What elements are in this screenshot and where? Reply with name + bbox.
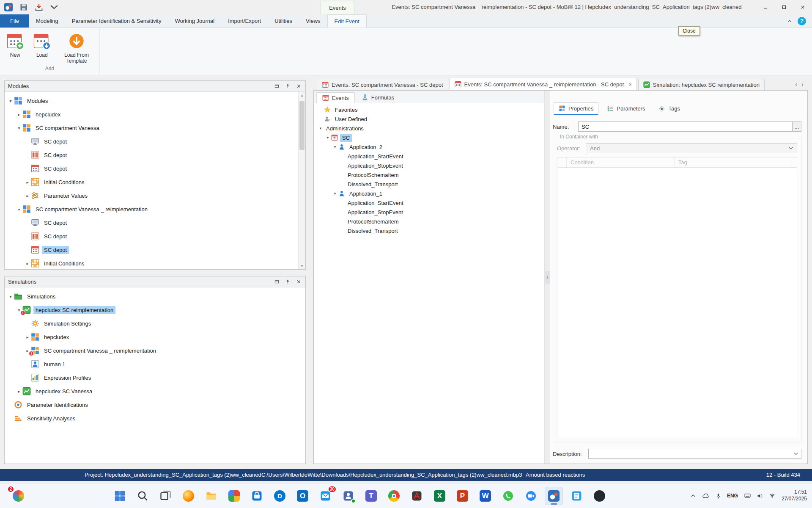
tree-item[interactable]: ▸hepcludex SC Vanessa (5, 384, 305, 398)
tab-scroll-left-icon[interactable]: ‹ (795, 80, 797, 88)
tree-item[interactable]: ProtocolSchemaItem (314, 217, 544, 226)
touch-keyboard-icon[interactable] (744, 494, 751, 498)
ribbon-tab-modeling[interactable]: Modeling (29, 14, 65, 28)
expand-icon[interactable]: ▸ (16, 389, 22, 394)
collapse-icon[interactable]: ▾ (332, 145, 338, 149)
ribbon-tab-import-export[interactable]: Import/Export (221, 14, 268, 28)
maximize-button[interactable] (775, 0, 793, 14)
language-indicator[interactable]: ENG (727, 493, 738, 499)
grid-body[interactable] (557, 168, 797, 438)
close-tab-icon[interactable]: × (628, 81, 632, 88)
chrome-taskbar-button[interactable] (385, 487, 403, 505)
splitter[interactable]: ‹ (545, 91, 550, 464)
collapse-icon[interactable]: ▾ (16, 207, 22, 212)
volume-icon[interactable] (757, 494, 763, 498)
powerpoint-taskbar-button[interactable]: P (453, 487, 472, 505)
export-icon[interactable] (35, 3, 43, 11)
tree-item[interactable]: Favorites (314, 105, 544, 114)
ribbon-tab-edit-event[interactable]: Edit Event (327, 14, 367, 28)
pin-panel-icon[interactable] (284, 279, 291, 285)
teams-classic-taskbar-button[interactable] (339, 487, 357, 505)
tree-item[interactable]: SC depot (5, 216, 298, 229)
mail-taskbar-button[interactable]: 30 (316, 487, 335, 505)
tree-item[interactable]: ▸hepcludex (5, 330, 305, 344)
tag-column-header[interactable]: Tag (675, 157, 789, 167)
browse-button[interactable]: ... (793, 121, 801, 132)
tab-scroll-right-icon[interactable]: › (801, 80, 804, 88)
help-icon[interactable]: ? (798, 17, 806, 25)
tree-item[interactable]: ▾Application_1 (314, 189, 544, 198)
task-view-taskbar-button[interactable] (156, 487, 175, 505)
photos-taskbar-button[interactable] (225, 487, 243, 505)
ribbon-tab-parameter-identification-sensitivity[interactable]: Parameter Identification & Sensitivity (65, 14, 168, 28)
tree-item[interactable]: Dissolved_Transport (314, 179, 544, 189)
ribbon-tab-utilities[interactable]: Utilities (268, 14, 299, 28)
tree-item[interactable]: ▾Modules (5, 94, 298, 108)
condition-column-header[interactable]: Condition (567, 157, 675, 167)
vertical-scrollbar[interactable]: ▲ ▼ (298, 92, 305, 269)
microphone-icon[interactable] (716, 493, 721, 499)
scroll-down-icon[interactable]: ▼ (299, 262, 305, 269)
start-taskbar-button[interactable] (111, 487, 129, 505)
tree-item[interactable]: Simulation Settings (5, 317, 305, 330)
context-tab-events[interactable]: Events (321, 1, 354, 14)
outlook-taskbar-button[interactable]: O (294, 487, 312, 505)
load-from-template-button[interactable]: Load From Template (56, 31, 97, 66)
tree-item[interactable]: ▾SC (314, 133, 544, 142)
collapse-pane-icon[interactable]: ‹ (545, 271, 550, 284)
expand-icon[interactable]: ▸ (24, 261, 31, 266)
tree-item[interactable]: ▾Administrations (314, 124, 544, 133)
expand-icon[interactable]: ▸ (24, 335, 31, 340)
expand-icon[interactable]: ▸ (24, 193, 31, 198)
quick-access-chevron-icon[interactable] (50, 3, 58, 11)
collapse-icon[interactable]: ▾ (317, 126, 324, 130)
close-panel-icon[interactable] (295, 279, 302, 285)
properties-tab-properties[interactable]: Properties (554, 102, 598, 115)
firefox-taskbar-button[interactable] (179, 487, 198, 505)
tree-item[interactable]: ▾Application_2 (314, 142, 544, 152)
tree-item[interactable]: Parameter Identifications (5, 398, 305, 411)
save-icon[interactable] (19, 3, 28, 11)
notification-app-button[interactable]: 2 (9, 487, 27, 505)
tree-item[interactable]: ▸Parameter Values (5, 189, 298, 202)
tree-item[interactable]: Application_StartEvent (314, 152, 544, 161)
expand-icon[interactable]: ▸ (16, 112, 22, 117)
properties-tab-parameters[interactable]: Parameters (602, 102, 650, 115)
document-tab[interactable]: Events: SC compartment Vanessa - SC depo… (317, 79, 448, 90)
onedrive-icon[interactable] (702, 493, 710, 498)
store-taskbar-button[interactable] (248, 487, 266, 505)
pin-panel-icon[interactable] (284, 83, 291, 90)
word-taskbar-button[interactable]: W (476, 487, 494, 505)
close-panel-icon[interactable] (295, 83, 302, 90)
tree-item[interactable]: ▾!hepcludex SC reimplementation (5, 303, 305, 317)
float-panel-icon[interactable] (273, 83, 280, 90)
close-button[interactable] (793, 0, 812, 14)
name-input[interactable]: SC (578, 121, 793, 132)
tree-item[interactable]: Application_StopEvent (314, 161, 544, 170)
tree-item[interactable]: ▾SC compartment Vanessa (5, 121, 298, 135)
notepad-taskbar-button[interactable] (568, 487, 586, 505)
clock[interactable]: 17:51 27/07/2025 (782, 489, 807, 502)
tree-item[interactable]: ProtocolSchemaItem (314, 170, 544, 179)
file-explorer-taskbar-button[interactable] (202, 487, 220, 505)
properties-tab-tags[interactable]: Tags (653, 102, 685, 115)
tree-item[interactable]: ▸Initial Conditions (5, 257, 298, 269)
ribbon-tab-file[interactable]: File (0, 14, 29, 28)
new-button[interactable]: New (3, 31, 28, 66)
ribbon-tab-views[interactable]: Views (299, 14, 327, 28)
network-icon[interactable] (769, 494, 775, 498)
tree-item[interactable]: SC depot (5, 162, 298, 175)
tree-item[interactable]: SC depot (5, 148, 298, 162)
tree-item[interactable]: User Defined (314, 114, 544, 124)
tree-item[interactable]: ▸!SC compartment Vanessa _ reimplementat… (5, 344, 305, 357)
tree-item[interactable]: ▾SC compartment Vanessa _ reimplementati… (5, 202, 298, 216)
tree-item[interactable]: Sensitivity Analyses (5, 411, 305, 425)
editor-tab-events[interactable]: Events (316, 92, 355, 103)
tree-item[interactable]: Application_StartEvent (314, 198, 544, 207)
editor-tab-formulas[interactable]: Formulas (356, 92, 400, 103)
search-taskbar-button[interactable] (134, 487, 152, 505)
collapse-icon[interactable]: ▾ (16, 126, 22, 130)
tree-item[interactable]: Expression Profiles (5, 371, 305, 384)
collapse-icon[interactable]: ▾ (7, 99, 14, 103)
minimize-button[interactable] (756, 0, 775, 14)
